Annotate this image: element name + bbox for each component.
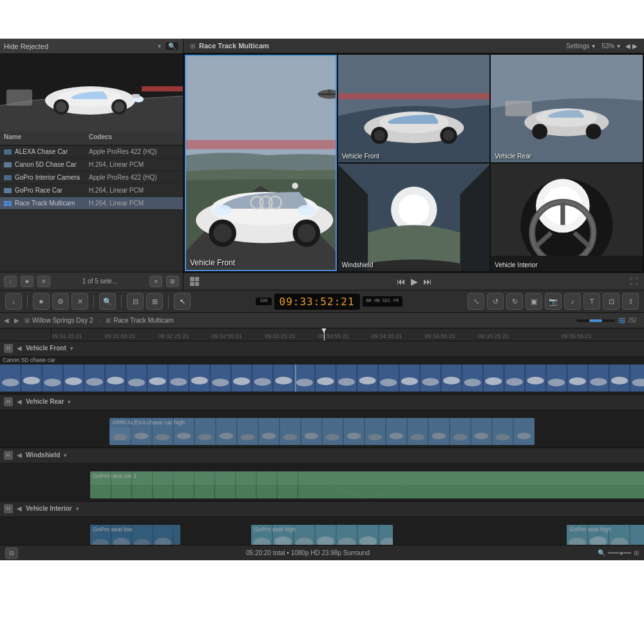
view-grid-button[interactable]: ⊞: [166, 276, 179, 287]
viewer-title: Race Track Multicam: [199, 42, 566, 50]
zoom-out-icon[interactable]: 🔍: [598, 549, 605, 556]
settings-button[interactable]: Settings ▾: [566, 43, 595, 50]
track-height-button[interactable]: /S/: [629, 317, 636, 324]
name-column-header[interactable]: Name: [4, 133, 89, 143]
share-tool[interactable]: ⇪: [622, 293, 639, 310]
file-item[interactable]: GoPro Interior Camera Apple ProRes 422 (…: [0, 171, 183, 184]
nav-separator: ›: [98, 317, 100, 325]
nav-back-arrow[interactable]: ◀: [4, 317, 9, 324]
cam-cell-vehicle-front-big[interactable]: Vehicle Front: [185, 55, 337, 271]
track-label: Vehicle Front: [26, 345, 66, 352]
file-item[interactable]: Race Track Multicam H.264, Linear PCM: [0, 197, 183, 210]
file-item[interactable]: ALEXA Chase Car Apple ProRes 422 (HQ): [0, 146, 183, 158]
track-chevron[interactable]: ▾: [68, 399, 71, 405]
import-button[interactable]: ↓: [4, 276, 17, 287]
clip[interactable]: GoPro seat low: [90, 525, 180, 545]
cam-cell-vehicle-rear[interactable]: Vehicle Rear: [491, 55, 643, 162]
clip-label: GoPro seat low: [93, 526, 133, 533]
svg-point-157: [453, 434, 468, 440]
track-toggle[interactable]: H: [4, 504, 13, 513]
track-toggle[interactable]: H: [4, 451, 13, 460]
track-vehicle-front: H ◀ Vehicle Front ▾ Canon 5D chase car: [0, 341, 644, 395]
clip[interactable]: GoPro seat high: [567, 525, 644, 545]
search-toolbar-button[interactable]: 🔍: [99, 293, 116, 310]
title-tool[interactable]: T: [583, 293, 600, 310]
multicam-switch-icon[interactable]: [190, 277, 199, 286]
favorite-button[interactable]: ★: [21, 276, 33, 287]
fullscreen-button[interactable]: ⛶: [630, 277, 638, 286]
undo-button[interactable]: ↺: [487, 293, 504, 310]
cam-label: Vehicle Front: [342, 153, 379, 160]
track-label: Windshield: [26, 451, 60, 459]
svg-point-102: [317, 377, 334, 385]
music-tool[interactable]: ♪: [564, 293, 581, 310]
import-toolbar-button[interactable]: ↓: [5, 293, 22, 310]
clip[interactable]: ARRI ALEXA chase car high: [109, 418, 535, 445]
nav-forward-arrow[interactable]: ▶: [14, 317, 19, 324]
photo-tool[interactable]: 📷: [545, 293, 562, 310]
library-label[interactable]: Willow Springs Day 2: [32, 317, 93, 324]
track-chevron[interactable]: ▾: [70, 345, 73, 352]
view-toggle-1[interactable]: ⊟: [127, 293, 144, 310]
svg-point-37: [298, 224, 316, 242]
svg-point-106: [401, 377, 418, 385]
file-item[interactable]: Canon 5D Chase Car H.264, Linear PCM: [0, 158, 183, 171]
timecode-sub-label: 100: [260, 299, 268, 304]
sequence-label[interactable]: Race Track Multicam: [113, 317, 173, 324]
track-toggle[interactable]: H: [4, 344, 13, 353]
zoom-control[interactable]: 53% ▾ ◀ ▶: [601, 43, 638, 50]
track-audio-icon: ◀: [17, 345, 22, 352]
codecs-column-header: Codecs: [89, 133, 179, 143]
cam-cell-vehicle-interior[interactable]: Vehicle Interior: [491, 164, 643, 271]
toolbar-separator: [93, 295, 94, 308]
go-to-end-button[interactable]: ⏭: [423, 276, 432, 287]
track-content: GoPro race car 1: [0, 462, 644, 501]
timecode-display[interactable]: 09:33:52:21: [274, 294, 360, 310]
zoom-fit-button[interactable]: ⊞: [634, 549, 639, 556]
track-header: H ◀ Vehicle Interior ▾: [0, 502, 644, 516]
track-chevron[interactable]: ▾: [76, 506, 79, 512]
track-audio-icon: ◀: [17, 505, 22, 512]
cam-cell-vehicle-front[interactable]: Vehicle Front: [338, 55, 490, 162]
file-item[interactable]: GoPro Race Car H.264, Linear PCM: [0, 184, 183, 197]
view-toggle-2[interactable]: ⊞: [146, 293, 163, 310]
clip[interactable]: [0, 365, 644, 392]
reject-button[interactable]: ✕: [37, 276, 50, 287]
toolbar-separator: [168, 295, 169, 308]
transform-tool[interactable]: ⤡: [468, 293, 484, 310]
clip[interactable]: GoPro seat high: [251, 525, 393, 545]
timeline-right-controls: ≋ /S/: [576, 314, 640, 327]
go-to-start-button[interactable]: ⏮: [397, 276, 406, 287]
clip-label: GoPro seat high: [254, 526, 296, 533]
generator-tool[interactable]: ⊡: [603, 293, 620, 310]
nav-item-sequence: ⊞ Race Track Multicam: [106, 317, 173, 324]
timeline-nav: ◀ ▶ ⊞ Willow Springs Day 2 › ⊞ Race Trac…: [0, 313, 644, 328]
clip[interactable]: GoPro race car 1: [90, 471, 644, 498]
svg-point-155: [411, 434, 425, 440]
pointer-tool[interactable]: ↖: [174, 293, 191, 310]
svg-point-91: [86, 378, 103, 386]
svg-point-114: [569, 377, 586, 385]
track-chevron[interactable]: ▾: [64, 452, 67, 459]
select-button[interactable]: ★: [33, 293, 50, 310]
redo-button[interactable]: ↻: [506, 293, 523, 310]
zoom-slider[interactable]: ━━━●━━: [608, 549, 631, 556]
cam-preview: [491, 55, 643, 162]
status-expand-button[interactable]: ⊟: [5, 547, 18, 559]
settings-chevron: ▾: [592, 43, 595, 50]
svg-point-105: [380, 379, 397, 386]
reject-toolbar-button[interactable]: ✕: [71, 293, 88, 310]
action-button[interactable]: ⚙: [52, 293, 69, 310]
svg-point-23: [586, 124, 601, 140]
zoom-chevron: ▾: [617, 43, 620, 50]
clip-label: GoPro seat high: [569, 526, 611, 533]
timeline-scroll[interactable]: [576, 319, 615, 322]
cam-cell-windshield[interactable]: Windshield: [338, 164, 490, 271]
track-toggle[interactable]: H: [4, 397, 13, 406]
clip-tool[interactable]: ▣: [526, 293, 542, 310]
nav-item-library: ⊞ Willow Springs Day 2: [24, 317, 93, 324]
hide-rejected-label[interactable]: Hide Rejected: [4, 43, 158, 50]
view-list-button[interactable]: ≡: [149, 276, 162, 287]
audio-waveform-button[interactable]: ≋: [618, 314, 626, 327]
play-button[interactable]: ▶: [411, 276, 418, 287]
